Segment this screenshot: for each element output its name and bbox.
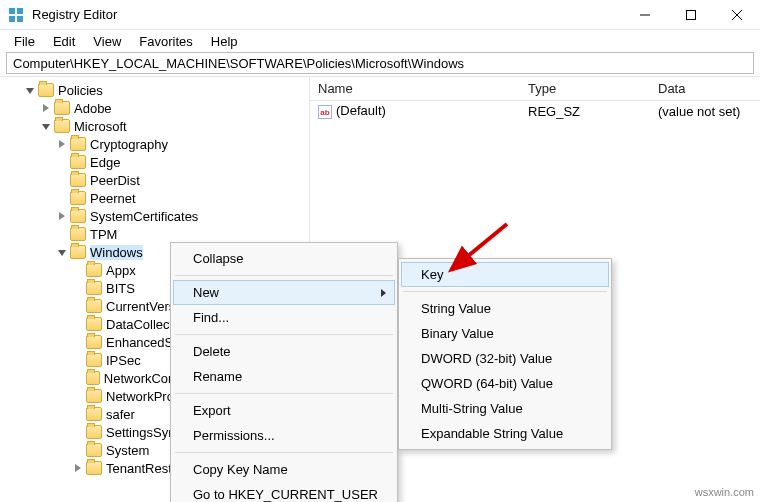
folder-icon xyxy=(70,191,86,205)
menu-separator xyxy=(175,275,393,276)
tree-item[interactable]: Peernet xyxy=(90,191,136,206)
submenu-qword[interactable]: QWORD (64-bit) Value xyxy=(401,371,609,396)
context-menu: Collapse New Find... Delete Rename Expor… xyxy=(170,242,398,502)
folder-icon xyxy=(86,407,102,421)
folder-icon xyxy=(86,299,102,313)
menu-help[interactable]: Help xyxy=(203,32,246,51)
folder-icon xyxy=(86,461,102,475)
col-data[interactable]: Data xyxy=(650,81,760,96)
folder-icon xyxy=(54,119,70,133)
tree-item[interactable]: PeerDist xyxy=(90,173,140,188)
tree-item-selected[interactable]: Windows xyxy=(90,245,143,260)
tree-item[interactable]: BITS xyxy=(106,281,135,296)
value-name: (Default) xyxy=(336,103,386,118)
submenu-expandable-string[interactable]: Expandable String Value xyxy=(401,421,609,446)
tree-item[interactable]: safer xyxy=(106,407,135,422)
expand-icon[interactable] xyxy=(54,137,70,151)
menu-view[interactable]: View xyxy=(85,32,129,51)
tree-item[interactable]: IPSec xyxy=(106,353,141,368)
tree-item[interactable]: System xyxy=(106,443,149,458)
folder-icon xyxy=(54,101,70,115)
submenu-multi-string[interactable]: Multi-String Value xyxy=(401,396,609,421)
expand-icon[interactable] xyxy=(22,83,38,97)
svg-rect-2 xyxy=(9,16,15,22)
tree-item[interactable]: Cryptography xyxy=(90,137,168,152)
value-type: REG_SZ xyxy=(520,104,650,119)
menu-edit[interactable]: Edit xyxy=(45,32,83,51)
folder-icon xyxy=(70,209,86,223)
value-row[interactable]: ab(Default) REG_SZ (value not set) xyxy=(310,101,760,121)
folder-icon xyxy=(86,443,102,457)
tree-item[interactable]: Appx xyxy=(106,263,136,278)
tree-item[interactable]: Edge xyxy=(90,155,120,170)
folder-icon xyxy=(86,281,102,295)
svg-line-8 xyxy=(451,224,507,270)
tree-item[interactable]: TPM xyxy=(90,227,117,242)
folder-icon xyxy=(86,371,100,385)
menu-rename[interactable]: Rename xyxy=(173,364,395,389)
expand-icon[interactable] xyxy=(54,209,70,223)
folder-icon xyxy=(38,83,54,97)
svg-rect-3 xyxy=(17,16,23,22)
folder-icon xyxy=(86,425,102,439)
values-header[interactable]: Name Type Data xyxy=(310,77,760,101)
menu-copy-key-name[interactable]: Copy Key Name xyxy=(173,457,395,482)
menu-separator xyxy=(403,291,607,292)
menubar: File Edit View Favorites Help xyxy=(0,30,760,52)
tree-item[interactable]: Adobe xyxy=(74,101,112,116)
value-data: (value not set) xyxy=(650,104,760,119)
folder-icon xyxy=(86,317,102,331)
maximize-button[interactable] xyxy=(668,0,714,30)
folder-icon xyxy=(70,155,86,169)
folder-icon xyxy=(70,227,86,241)
menu-collapse[interactable]: Collapse xyxy=(173,246,395,271)
address-input[interactable] xyxy=(6,52,754,74)
svg-rect-1 xyxy=(17,8,23,14)
expand-icon[interactable] xyxy=(38,101,54,115)
expand-icon[interactable] xyxy=(38,119,54,133)
col-name[interactable]: Name xyxy=(310,81,520,96)
svg-rect-0 xyxy=(9,8,15,14)
menu-favorites[interactable]: Favorites xyxy=(131,32,200,51)
expand-icon[interactable] xyxy=(70,461,86,475)
window-title: Registry Editor xyxy=(32,7,622,22)
tree-item[interactable]: Policies xyxy=(58,83,103,98)
folder-icon xyxy=(86,335,102,349)
submenu-dword[interactable]: DWORD (32-bit) Value xyxy=(401,346,609,371)
menu-permissions[interactable]: Permissions... xyxy=(173,423,395,448)
tree-item[interactable]: Microsoft xyxy=(74,119,127,134)
folder-icon xyxy=(86,353,102,367)
menu-separator xyxy=(175,393,393,394)
menu-find[interactable]: Find... xyxy=(173,305,395,330)
svg-rect-5 xyxy=(687,10,696,19)
menu-export[interactable]: Export xyxy=(173,398,395,423)
submenu-string[interactable]: String Value xyxy=(401,296,609,321)
folder-icon xyxy=(86,263,102,277)
tree-item[interactable]: SystemCertificates xyxy=(90,209,198,224)
col-type[interactable]: Type xyxy=(520,81,650,96)
app-icon xyxy=(8,7,24,23)
menu-separator xyxy=(175,334,393,335)
menu-new[interactable]: New xyxy=(173,280,395,305)
submenu-binary[interactable]: Binary Value xyxy=(401,321,609,346)
minimize-button[interactable] xyxy=(622,0,668,30)
expand-icon[interactable] xyxy=(54,245,70,259)
folder-icon xyxy=(70,173,86,187)
folder-icon xyxy=(70,245,86,259)
menu-separator xyxy=(175,452,393,453)
menu-file[interactable]: File xyxy=(6,32,43,51)
annotation-arrow xyxy=(445,220,515,283)
menu-goto-hkcu[interactable]: Go to HKEY_CURRENT_USER xyxy=(173,482,395,502)
menu-delete[interactable]: Delete xyxy=(173,339,395,364)
context-submenu-new: Key String Value Binary Value DWORD (32-… xyxy=(398,258,612,450)
folder-icon xyxy=(70,137,86,151)
folder-icon xyxy=(86,389,102,403)
watermark: wsxwin.com xyxy=(695,486,754,498)
close-button[interactable] xyxy=(714,0,760,30)
string-value-icon: ab xyxy=(318,105,332,119)
